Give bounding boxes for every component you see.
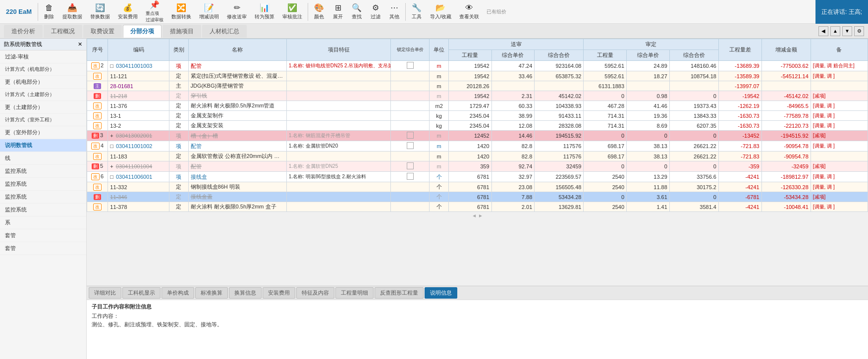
sidebar-close-icon[interactable]: ✕ xyxy=(78,41,82,48)
cell-code: + 030411001004 xyxy=(108,161,169,172)
cell-amount-diff: -189812.97 xyxy=(761,172,811,182)
cell-feature xyxy=(286,71,391,81)
sidebar-item-more-outdoor[interactable]: 更（室外部分） xyxy=(0,126,86,139)
view-related-button[interactable]: 👁 查看关联 xyxy=(456,1,483,22)
cell-lock[interactable] xyxy=(391,81,430,91)
review-button[interactable]: ✅ 审核批注 xyxy=(279,1,306,22)
table-row[interactable]: 改 11-332 定 钢制接线盒86H 明装 个 6781 23.08 1565… xyxy=(87,182,868,192)
cell-lock[interactable] xyxy=(391,91,430,101)
tab-fee-settings[interactable]: 取费设置 xyxy=(83,25,122,38)
cell-sq-price: 82.8 xyxy=(491,141,535,152)
to-budget-button[interactable]: 📊 转为预算 xyxy=(251,1,278,22)
sidebar-item-sys[interactable]: 系 xyxy=(0,216,86,229)
tab-prev-button[interactable]: ◀ xyxy=(818,26,828,36)
sidebar-item-calc-mech[interactable]: 计算方式（机电部分） xyxy=(0,63,86,76)
sidebar-item-monitor[interactable]: 监控系统 xyxy=(0,165,86,178)
cell-amount-diff: -90954.78 xyxy=(761,141,811,152)
bottom-content-title: 子目工作内容和附注信息 xyxy=(92,303,863,310)
cell-lock[interactable] xyxy=(391,182,430,192)
cell-lock[interactable] xyxy=(391,121,430,131)
th-sq-price: 综合单价 xyxy=(491,50,535,61)
tab-settings-button[interactable]: ⚙ xyxy=(854,26,864,36)
cell-lock[interactable] xyxy=(391,71,430,81)
cell-type: 改 xyxy=(87,71,108,81)
tab-down-button[interactable]: ▼ xyxy=(842,26,852,36)
cell-cate: 定 xyxy=(169,91,188,101)
table-row[interactable]: 删 11-346 定 接线盒盖 个 6781 7.88 53434.28 0 3… xyxy=(87,192,868,202)
sidebar-item-more-civil[interactable]: 更（土建部分） xyxy=(0,101,86,114)
bottom-tab-labor[interactable]: 工科机显示 xyxy=(122,287,161,299)
cell-cate: 项 xyxy=(169,172,188,182)
table-row[interactable]: 删3 + 030413002001 项 槽（盒）槽 1.名称: 钢筋混凝件开槽吊… xyxy=(87,131,868,141)
table-row[interactable]: 删5 + 030411001004 项 配管 1.名称: 金属软管DN25 m … xyxy=(87,161,868,172)
table-row[interactable]: 改4 □ 030411001002 项 配管 1.名称: 金属软管DN20 m … xyxy=(87,141,868,152)
search-label: 查找 xyxy=(352,13,362,20)
sidebar-item-more-mech[interactable]: 更（机电部分） xyxy=(0,76,86,89)
table-row[interactable]: 删 11-218 定 穿引线 m 19542 2.31 45142.02 0 0… xyxy=(87,91,868,101)
bottom-tab-drawing-qty[interactable]: 反查图形工程量 xyxy=(375,287,424,299)
table-row[interactable]: 改2 □ 030411001003 项 配管 1.名称: 镀锌电线管DN25 2… xyxy=(87,61,868,71)
increase-desc-button[interactable]: 📝 增减说明 xyxy=(196,1,222,22)
cell-lock[interactable] xyxy=(391,161,430,172)
delete-button[interactable]: 🗑 删除 xyxy=(40,1,58,22)
tab-material-summary[interactable]: 人材机汇总 xyxy=(202,25,247,38)
expand-button[interactable]: ⊞ 展开 xyxy=(329,1,347,22)
table-row[interactable]: 改 11-183 定 金属软管敷设 公称直径20mm以内 每根管长800mm以内… xyxy=(87,152,868,161)
table-row[interactable]: 改 13-1 定 金属支架制作 kg 2345.04 38.99 91433.1… xyxy=(87,111,868,121)
sidebar-item-calc-outdoor[interactable]: 计算方式（室外工程） xyxy=(0,114,86,126)
sidebar-item-ming-pipes[interactable]: 说明数管线 xyxy=(0,139,86,152)
bottom-tab-qty-detail[interactable]: 工程量明细 xyxy=(335,287,374,299)
table-row[interactable]: 改6 □ 030411006001 项 接线盒 1.名称: 明装86型接线盒 2… xyxy=(87,172,868,182)
sidebar-item-pipe2[interactable]: 套管 xyxy=(0,242,86,255)
key-item-button[interactable]: 📌 重点项过滤审核 xyxy=(142,1,167,22)
table-row[interactable]: 改 13-2 定 金属支架安装 kg 2345.04 12.08 28328.0… xyxy=(87,121,868,131)
install-fee-button[interactable]: 💰 安装费用 xyxy=(114,1,141,22)
table-row[interactable]: 改 11-378 定 耐火涂料 耐火极限0.5h厚2mm 盒子 个 6781 2… xyxy=(87,202,868,212)
color-button[interactable]: 🎨 颜色 xyxy=(310,1,328,22)
filter-button[interactable]: ⚙ 过滤 xyxy=(367,1,384,22)
sidebar-item-filter-review[interactable]: 过滤-审核 xyxy=(0,51,86,63)
modify-submit-button[interactable]: ✏ 修改送审 xyxy=(223,1,250,22)
bottom-tab-detail-compare[interactable]: 详细对比 xyxy=(89,287,121,299)
bottom-tab-unit-comp[interactable]: 单价构成 xyxy=(162,287,194,299)
fetch-button[interactable]: 📥 提取数据 xyxy=(59,1,86,22)
tools-button[interactable]: 🔧 工具 xyxy=(408,1,426,22)
cell-lock[interactable] xyxy=(391,202,430,212)
cell-lock[interactable] xyxy=(391,192,430,202)
cell-lock[interactable] xyxy=(391,111,430,121)
tab-measures[interactable]: 措施项目 xyxy=(163,25,201,38)
replace-button[interactable]: 🔄 替换数据 xyxy=(87,1,113,22)
sidebar-item-monitor3[interactable]: 监控系统 xyxy=(0,191,86,204)
cell-lock[interactable] xyxy=(391,141,430,152)
sidebar-item-monitor4[interactable]: 监控系统 xyxy=(0,204,86,216)
tab-section-items[interactable]: 分部分项 xyxy=(123,25,162,38)
bottom-tab-install-fee[interactable]: 安装费用 xyxy=(263,287,295,299)
tab-cost-analysis[interactable]: 造价分析 xyxy=(4,25,43,38)
other-button[interactable]: ⋯ 其他 xyxy=(385,1,403,22)
cell-lock[interactable] xyxy=(391,61,430,71)
bottom-tab-features[interactable]: 特征及内容 xyxy=(296,287,334,299)
bottom-tab-swap-info[interactable]: 换算信息 xyxy=(229,287,262,299)
sidebar-item-calc-civil[interactable]: 计算方式（土建部分） xyxy=(0,89,86,101)
search-button[interactable]: 🔍 查找 xyxy=(348,1,366,22)
cell-lock[interactable] xyxy=(391,101,430,111)
cell-lock[interactable] xyxy=(391,131,430,141)
tab-project-summary[interactable]: 工程概况 xyxy=(44,25,82,38)
data-switch-button[interactable]: 🔀 数据转换 xyxy=(168,1,195,22)
table-row[interactable]: 主 28-01681 主 JDG(KBG)薄壁钢管管 m 20128.26 61… xyxy=(87,81,868,91)
cell-name: 配管 xyxy=(188,141,286,152)
table-row[interactable]: 改 11-376 定 耐火涂料 耐火极限0.5h厚2mm管道 m2 1729.4… xyxy=(87,101,868,111)
sidebar-item-pipeline[interactable]: 套管 xyxy=(0,229,86,242)
bottom-tab-std-swap[interactable]: 标准换算 xyxy=(195,287,228,299)
cell-sq-price: 14.46 xyxy=(491,131,535,141)
bottom-tab-desc-info[interactable]: 说明信息 xyxy=(425,287,457,299)
cell-lock[interactable] xyxy=(391,152,430,161)
sidebar-item-monitor2[interactable]: 监控系统 xyxy=(0,178,86,191)
main-table-container[interactable]: 序号 编码 类别 名称 项目特征 锁定综合单价 单位 送审 审定 工程量差 增减… xyxy=(87,39,868,286)
import-compare-button[interactable]: 📂 导入/收藏 xyxy=(427,1,455,22)
sidebar-item-line2[interactable]: 线 xyxy=(0,152,86,165)
tab-up-button[interactable]: ▲ xyxy=(830,26,840,36)
replace-label: 替换数据 xyxy=(90,13,110,20)
cell-lock[interactable] xyxy=(391,172,430,182)
table-row[interactable]: 改 11-121 定 紧定(扣压)式薄壁钢管敷设 砼、混凝土结构明配 公称直径2… xyxy=(87,71,868,81)
